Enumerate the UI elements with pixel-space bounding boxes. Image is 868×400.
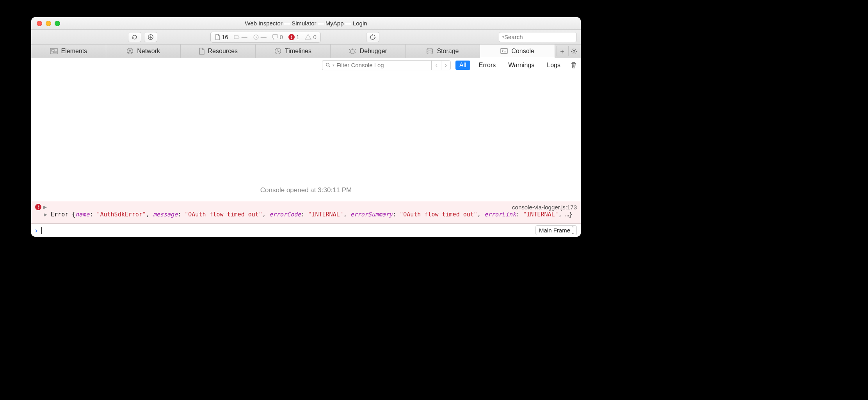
console-filter-bar: ▾ ‹ › All Errors Warnings Logs (31, 58, 581, 72)
frame-label: Main Frame (539, 227, 570, 234)
reload-icon (132, 34, 138, 40)
warning-icon (305, 34, 311, 40)
tab-bar: Elements Network Resources Timelines Deb… (31, 45, 581, 58)
tab-resources[interactable]: Resources (181, 45, 256, 58)
trash-icon (571, 62, 577, 69)
timelines-icon (274, 48, 281, 55)
error-badge-icon: ! (35, 204, 41, 210)
inspector-window: Web Inspector — Simulator — MyApp — Logi… (31, 17, 581, 237)
resources-icon (199, 48, 205, 55)
tab-label: Network (137, 48, 160, 55)
errors-count: 1 (296, 34, 299, 40)
search-input[interactable] (504, 34, 578, 40)
filter-logs[interactable]: Logs (543, 61, 564, 70)
svg-rect-12 (501, 48, 507, 54)
time-indicator[interactable]: — (253, 34, 267, 40)
settings-button[interactable] (568, 46, 579, 56)
prev-match-button[interactable]: ‹ (432, 61, 441, 70)
prompt-chevron-icon: › (34, 227, 38, 234)
tab-console[interactable]: Console (480, 45, 555, 58)
tab-label: Resources (208, 48, 238, 55)
tab-label: Storage (437, 48, 459, 55)
tab-debugger[interactable]: Debugger (331, 45, 406, 58)
message-icon (272, 34, 278, 40)
plus-icon: ＋ (559, 47, 566, 56)
search-icon (326, 62, 331, 68)
window-title: Web Inspector — Simulator — MyApp — Logi… (245, 20, 367, 27)
filter-all[interactable]: All (455, 61, 470, 70)
svg-rect-7 (53, 51, 56, 53)
console-filter-search[interactable]: ▾ ‹ › (322, 60, 451, 70)
console-icon (500, 48, 508, 54)
error-source-link[interactable]: console-via-logger.js:173 (512, 204, 577, 211)
breakpoints-text: — (242, 34, 247, 40)
gear-icon (571, 48, 577, 55)
storage-icon (426, 48, 433, 55)
close-icon[interactable] (37, 21, 42, 26)
svg-rect-6 (52, 50, 54, 51)
new-tab-button[interactable]: ＋ (557, 46, 567, 56)
svg-point-13 (573, 50, 575, 52)
console-prompt-bar[interactable]: › Main Frame (31, 223, 581, 237)
zoom-icon[interactable] (55, 21, 60, 26)
warnings-count: 0 (313, 34, 316, 40)
execution-context-selector[interactable]: Main Frame (535, 225, 577, 235)
crosshair-icon (369, 34, 376, 41)
svg-rect-2 (272, 35, 277, 38)
next-match-button[interactable]: › (441, 61, 450, 70)
console-error-row[interactable]: ! ▶ console-via-logger.js:173 ▶ Error {n… (31, 201, 581, 223)
console-opened-message: Console opened at 3:30:11 PM (31, 186, 581, 194)
filter-errors[interactable]: Errors (475, 61, 500, 70)
svg-point-11 (427, 48, 432, 50)
console-body: Console opened at 3:30:11 PM ! ▶ console… (31, 72, 581, 223)
traffic-lights (37, 21, 60, 26)
svg-point-10 (350, 50, 354, 54)
resources-count-value: 16 (222, 34, 228, 40)
error-dot-icon: ! (288, 34, 295, 40)
elements-icon (50, 48, 58, 54)
tab-elements[interactable]: Elements (31, 45, 106, 58)
time-text: — (261, 34, 267, 40)
clear-console-button[interactable] (571, 62, 577, 69)
error-object-preview[interactable]: ▶ Error {name: "AuthSdkError", message: … (35, 211, 577, 219)
messages-count: 0 (280, 34, 283, 40)
breakpoint-icon (234, 34, 240, 40)
download-button[interactable] (144, 32, 157, 42)
tab-storage[interactable]: Storage (406, 45, 480, 58)
breakpoints-indicator[interactable]: — (234, 34, 247, 40)
minimize-icon[interactable] (46, 21, 51, 26)
debugger-icon (349, 48, 356, 54)
filter-input[interactable] (336, 62, 428, 68)
download-icon (148, 34, 154, 40)
toolbar: 16 — — 0 ! 1 0 (31, 30, 581, 45)
titlebar: Web Inspector — Simulator — MyApp — Logi… (31, 17, 581, 30)
tab-label: Debugger (360, 48, 387, 55)
disclosure-triangle-icon[interactable]: ▶ (44, 211, 47, 218)
dashboard-cluster: 16 — — 0 ! 1 0 (210, 32, 321, 43)
tab-label: Console (511, 48, 534, 55)
global-search[interactable]: ▾ (499, 32, 577, 42)
resources-count[interactable]: 16 (215, 34, 228, 40)
messages-indicator[interactable]: 0 (272, 34, 283, 40)
errors-indicator[interactable]: ! 1 (288, 34, 299, 40)
tab-timelines[interactable]: Timelines (256, 45, 331, 58)
filter-warnings[interactable]: Warnings (504, 61, 538, 70)
svg-point-14 (326, 63, 329, 66)
tab-label: Timelines (285, 48, 311, 55)
document-icon (215, 34, 220, 40)
warnings-indicator[interactable]: 0 (305, 34, 316, 40)
disclosure-triangle-icon[interactable]: ▶ (43, 204, 47, 211)
inspect-element-button[interactable] (366, 32, 379, 42)
error-label: Error (51, 211, 68, 218)
clock-icon (253, 34, 259, 40)
network-icon (126, 48, 133, 55)
reload-button[interactable] (128, 32, 141, 42)
tab-label: Elements (61, 48, 87, 55)
text-caret (41, 227, 42, 234)
tab-network[interactable]: Network (106, 45, 181, 58)
